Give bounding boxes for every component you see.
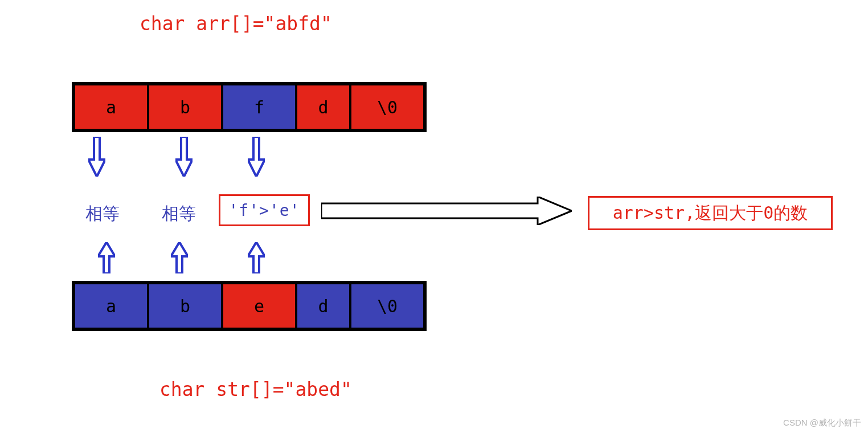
cell-str-3: d bbox=[296, 283, 350, 329]
arrow-right-icon bbox=[321, 197, 572, 225]
arrow-down-icon bbox=[175, 137, 193, 177]
cell-str-2: e bbox=[222, 283, 296, 329]
arrow-up-icon bbox=[171, 242, 188, 273]
cell-str-0: a bbox=[74, 283, 148, 329]
array-str: a b e d \0 bbox=[72, 281, 427, 331]
arrow-up-icon bbox=[248, 242, 265, 273]
declaration-bottom: char str[]="abed" bbox=[159, 378, 352, 401]
cell-str-4: \0 bbox=[350, 283, 424, 329]
arrow-down-icon bbox=[248, 137, 265, 177]
cell-arr-4: \0 bbox=[350, 84, 424, 130]
declaration-top: char arr[]="abfd" bbox=[140, 13, 332, 35]
arrow-up-icon bbox=[98, 242, 115, 273]
compare-box: 'f'>'e' bbox=[219, 194, 310, 226]
cell-arr-0: a bbox=[74, 84, 148, 130]
cell-arr-1: b bbox=[148, 84, 222, 130]
label-equal-1: 相等 bbox=[85, 202, 120, 226]
watermark: CSDN @威化小餅干 bbox=[783, 418, 861, 428]
result-box: arr>str,返回大于0的数 bbox=[588, 196, 833, 230]
cell-str-1: b bbox=[148, 283, 222, 329]
label-equal-2: 相等 bbox=[162, 202, 196, 226]
array-arr: a b f d \0 bbox=[72, 82, 427, 132]
cell-arr-2: f bbox=[222, 84, 296, 130]
cell-arr-3: d bbox=[296, 84, 350, 130]
arrow-down-icon bbox=[88, 137, 105, 177]
